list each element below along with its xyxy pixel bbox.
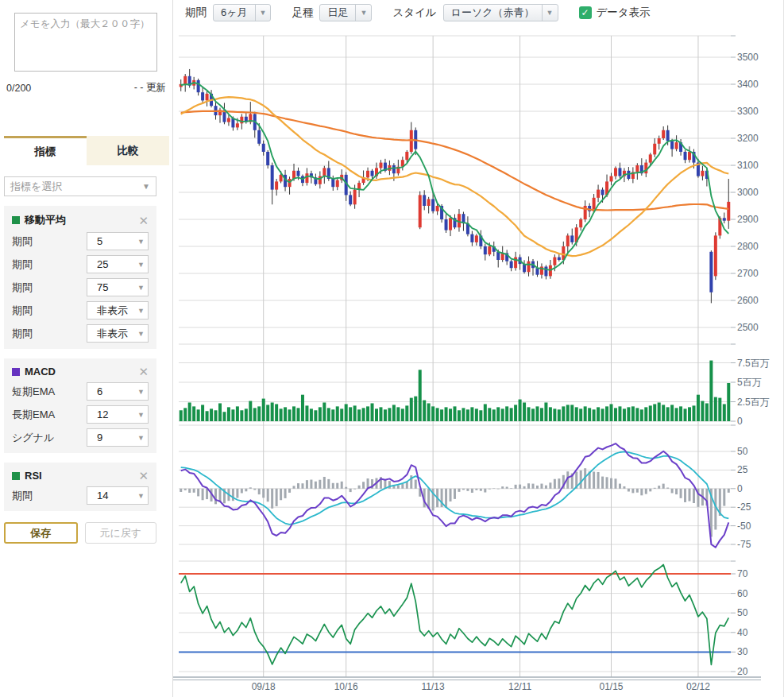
param-label: 期間 (12, 489, 33, 503)
indicator-color-swatch (12, 368, 20, 376)
style-label: スタイル (392, 6, 436, 20)
svg-text:2800: 2800 (737, 241, 759, 252)
svg-text:20: 20 (737, 666, 748, 677)
indicator-select[interactable]: 指標を選択 ▼ (4, 176, 156, 196)
indicator-color-swatch (12, 216, 20, 224)
rsi-line (181, 565, 729, 665)
indicator-section-title: MACD (25, 366, 56, 378)
chevron-down-icon: ▼ (355, 5, 371, 21)
close-icon[interactable]: ✕ (138, 470, 149, 482)
param-select[interactable]: 25▼ (87, 255, 149, 273)
save-button[interactable]: 保存 (4, 522, 78, 544)
close-icon[interactable]: ✕ (138, 366, 149, 378)
svg-text:2600: 2600 (737, 295, 759, 306)
x-axis-label: 11/13 (422, 681, 445, 692)
param-label: 期間 (12, 281, 33, 295)
param-select[interactable]: 5▼ (87, 232, 149, 250)
chart-area: 期間 6ヶ月 ▼ 足種 日足 ▼ スタイル ローソク（赤青） ▼ ✓ データ表示… (173, 0, 784, 697)
data-display-label: データ表示 (597, 6, 651, 20)
bartype-label: 足種 (292, 6, 313, 20)
param-label: 短期EMA (12, 385, 55, 399)
chevron-down-icon: ▼ (542, 5, 558, 21)
tab-indicators[interactable]: 指標 (4, 136, 87, 165)
param-label: 期間 (12, 327, 33, 341)
chevron-down-icon: ▼ (137, 330, 145, 338)
style-dropdown[interactable]: ローソク（赤青） ▼ (443, 4, 558, 21)
param-select[interactable]: 12▼ (87, 405, 149, 424)
close-icon[interactable]: ✕ (138, 215, 149, 227)
x-axis-label: 10/16 (334, 681, 358, 692)
svg-text:5百万: 5百万 (737, 377, 762, 388)
svg-text:-25: -25 (737, 501, 751, 513)
svg-text:0: 0 (737, 483, 743, 494)
indicator-section-0: 移動平均 ✕ 期間 5▼ 期間 25▼ 期間 75▼ 期間 非表示▼ 期間 (4, 206, 156, 349)
memo-char-count: 0/200 (6, 83, 31, 94)
svg-text:30: 30 (737, 646, 748, 657)
svg-text:50: 50 (737, 446, 748, 457)
svg-text:3500: 3500 (737, 52, 759, 63)
ma5-line (181, 83, 729, 270)
bartype-dropdown[interactable]: 日足 ▼ (319, 4, 372, 21)
chevron-down-icon: ▼ (137, 492, 145, 500)
chevron-down-icon: ▼ (137, 388, 145, 396)
x-axis-label: 01/15 (599, 681, 623, 692)
volume-bars (180, 361, 731, 421)
svg-text:-50: -50 (737, 521, 751, 532)
chevron-down-icon: ▼ (137, 261, 145, 269)
svg-text:3000: 3000 (737, 187, 759, 198)
param-select[interactable]: 6▼ (87, 382, 149, 401)
indicator-color-swatch (12, 472, 20, 480)
indicator-section-1: MACD ✕ 短期EMA 6▼ 長期EMA 12▼ シグナル 9▼ (4, 358, 156, 453)
svg-text:0: 0 (737, 416, 743, 427)
data-display-checkbox[interactable]: ✓ (579, 6, 592, 19)
memo-input[interactable] (14, 13, 157, 72)
chevron-down-icon: ▼ (137, 411, 145, 419)
sidebar-tabs: 指標 比較 (4, 136, 169, 165)
x-axis-label: 12/11 (508, 681, 531, 692)
svg-text:2700: 2700 (737, 268, 759, 279)
stock-chart-app: 0/200 - - 更新 指標 比較 指標を選択 ▼ 移動平均 ✕ 期間 5▼ … (0, 0, 784, 697)
memo-update-link[interactable]: - - 更新 (134, 81, 166, 95)
indicator-section-title: RSI (25, 470, 42, 482)
tab-compare[interactable]: 比較 (87, 136, 169, 165)
svg-text:2500: 2500 (737, 322, 759, 333)
param-select[interactable]: 9▼ (87, 428, 149, 447)
param-label: 期間 (12, 234, 33, 249)
ma25-line (181, 97, 729, 256)
x-axis-label: 09/18 (252, 681, 276, 692)
svg-text:2.5百万: 2.5百万 (737, 397, 770, 408)
chevron-down-icon: ▼ (137, 238, 145, 246)
param-label: 長期EMA (12, 408, 55, 422)
chevron-down-icon: ▼ (142, 182, 150, 191)
param-label: 期間 (12, 258, 33, 272)
svg-text:-75: -75 (737, 539, 751, 550)
chevron-down-icon: ▼ (137, 434, 145, 442)
param-select[interactable]: 75▼ (87, 278, 149, 296)
chart-toolbar: 期間 6ヶ月 ▼ 足種 日足 ▼ スタイル ローソク（赤青） ▼ ✓ データ表示 (173, 0, 783, 25)
ma75-line (181, 111, 729, 211)
price-chart-svg[interactable]: 3500340033003200310030002900280027002600… (173, 25, 784, 697)
svg-text:40: 40 (737, 627, 748, 638)
indicator-section-2: RSI ✕ 期間 14▼ (4, 463, 156, 511)
svg-text:50: 50 (737, 607, 748, 618)
chevron-down-icon: ▼ (137, 284, 145, 292)
macd-histogram (180, 468, 730, 536)
svg-text:3200: 3200 (737, 133, 759, 144)
param-select[interactable]: 非表示▼ (87, 324, 149, 343)
indicator-sections: 移動平均 ✕ 期間 5▼ 期間 25▼ 期間 75▼ 期間 非表示▼ 期間 (0, 206, 172, 511)
svg-text:2900: 2900 (737, 214, 759, 225)
svg-text:3400: 3400 (737, 79, 759, 90)
svg-text:25: 25 (737, 464, 748, 475)
param-select[interactable]: 非表示▼ (87, 301, 149, 319)
svg-text:3100: 3100 (737, 160, 759, 171)
period-label: 期間 (185, 6, 207, 20)
chevron-down-icon: ▼ (255, 5, 271, 21)
sidebar: 0/200 - - 更新 指標 比較 指標を選択 ▼ 移動平均 ✕ 期間 5▼ … (0, 0, 173, 697)
chevron-down-icon: ▼ (137, 307, 145, 315)
svg-text:3300: 3300 (737, 106, 759, 117)
svg-text:70: 70 (737, 568, 748, 579)
reset-button[interactable]: 元に戻す (85, 522, 157, 544)
x-axis-label: 02/12 (686, 681, 710, 692)
param-select[interactable]: 14▼ (87, 486, 149, 505)
period-dropdown[interactable]: 6ヶ月 ▼ (213, 4, 271, 21)
